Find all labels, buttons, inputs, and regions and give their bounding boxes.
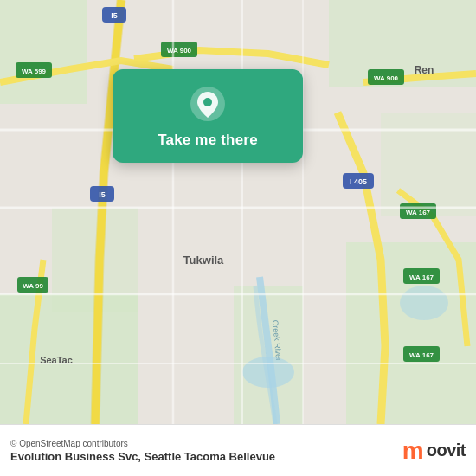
svg-point-8 — [242, 357, 294, 388]
svg-text:I5: I5 — [111, 11, 118, 20]
take-me-there-button[interactable]: Take me there — [158, 130, 258, 151]
svg-rect-7 — [381, 113, 476, 216]
svg-point-42 — [203, 98, 212, 106]
moovit-m-icon: m — [402, 439, 423, 463]
svg-text:WA 167: WA 167 — [406, 209, 431, 216]
bottom-bar: © OpenStreetMap contributors Evolution B… — [0, 424, 476, 476]
svg-text:Tukwila: Tukwila — [183, 254, 224, 267]
svg-text:WA 99: WA 99 — [23, 282, 43, 290]
svg-text:WA 167: WA 167 — [409, 273, 434, 281]
svg-text:WA 900: WA 900 — [167, 47, 192, 55]
popup-overlay: Take me there — [113, 69, 303, 163]
location-pin-icon — [189, 85, 227, 123]
svg-text:Ren: Ren — [415, 64, 434, 76]
map-container[interactable]: I5 I5 WA 599 WA 900 WA 900 I 405 WA 167 … — [0, 0, 476, 424]
svg-text:WA 167: WA 167 — [409, 351, 434, 359]
svg-text:I 405: I 405 — [350, 177, 367, 186]
map-background: I5 I5 WA 599 WA 900 WA 900 I 405 WA 167 … — [0, 0, 476, 424]
moovit-text: oovit — [427, 441, 466, 460]
svg-point-9 — [400, 286, 448, 320]
svg-rect-1 — [0, 0, 87, 104]
moovit-logo: moovit — [402, 439, 466, 463]
svg-text:I5: I5 — [99, 190, 106, 199]
location-title: Evolution Business Svc, Seattle Tacoma B… — [10, 450, 394, 463]
map-attribution: © OpenStreetMap contributors — [10, 439, 394, 448]
svg-text:WA 599: WA 599 — [22, 68, 47, 75]
svg-text:WA 900: WA 900 — [374, 74, 399, 82]
svg-text:SeaTac: SeaTac — [40, 355, 73, 365]
